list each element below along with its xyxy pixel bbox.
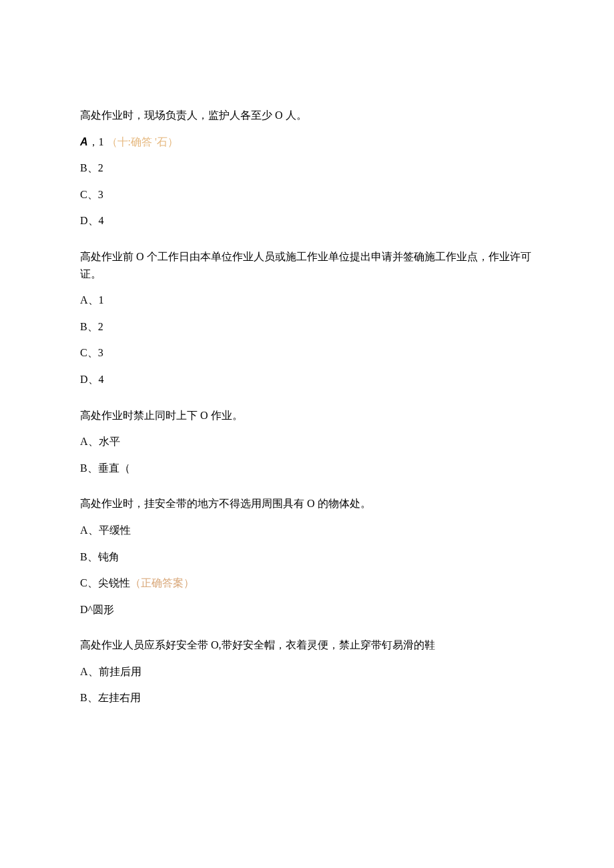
question-3-option-a: A、水平 [80,433,534,450]
question-2: 高处作业前 O 个工作日由本单位作业人员或施工作业单位提出申请并签确施工作业点，… [80,248,534,388]
question-5-option-b: B、左挂右用 [80,689,534,707]
question-1-option-a: A，1 （十:确答 '石） [80,133,534,151]
question-1: 高处作业时，现场负责人，监护人各至少 O 人。 A，1 （十:确答 '石） B、… [80,107,534,230]
question-4: 高处作业时，挂安全带的地方不得选用周围具有 O 的物体处。 A、平缓性 B、钝角… [80,495,534,618]
correct-answer-marker: （十:确答 '石） [107,136,178,147]
option-a-prefix: A [80,136,88,147]
question-2-option-b: B、2 [80,318,534,336]
question-5-option-a: A、前挂后用 [80,663,534,681]
question-3-text: 高处作业时禁止同时上下 O 作业。 [80,407,534,424]
question-4-option-c: C、尖锐性（正确答案） [80,574,534,592]
question-5-text: 高处作业人员应系好安全带 O,带好安全帽，衣着灵便，禁止穿带钉易滑的鞋 [80,636,534,654]
question-2-text: 高处作业前 O 个工作日由本单位作业人员或施工作业单位提出申请并签确施工作业点，… [80,248,534,282]
question-3-option-b: B、垂直（ [80,460,534,477]
question-4-option-d: D^圆形 [80,601,534,618]
question-4-option-b: B、钝角 [80,548,534,566]
question-1-option-d: D、4 [80,212,534,230]
question-1-text: 高处作业时，现场负责人，监护人各至少 O 人。 [80,107,534,124]
question-1-option-b: B、2 [80,159,534,177]
option-a-val: 1 [99,136,104,147]
question-2-option-a: A、1 [80,292,534,309]
option-c-label: C、尖锐性 [80,577,130,588]
option-a-sep: ， [88,136,99,147]
question-2-option-d: D、4 [80,371,534,388]
question-1-option-c: C、3 [80,186,534,203]
question-4-option-a: A、平缓性 [80,522,534,539]
question-3: 高处作业时禁止同时上下 O 作业。 A、水平 B、垂直（ [80,407,534,477]
correct-answer-marker: （正确答案） [130,577,194,588]
question-2-option-c: C、3 [80,344,534,362]
question-4-text: 高处作业时，挂安全带的地方不得选用周围具有 O 的物体处。 [80,495,534,512]
question-5: 高处作业人员应系好安全带 O,带好安全帽，衣着灵便，禁止穿带钉易滑的鞋 A、前挂… [80,636,534,707]
